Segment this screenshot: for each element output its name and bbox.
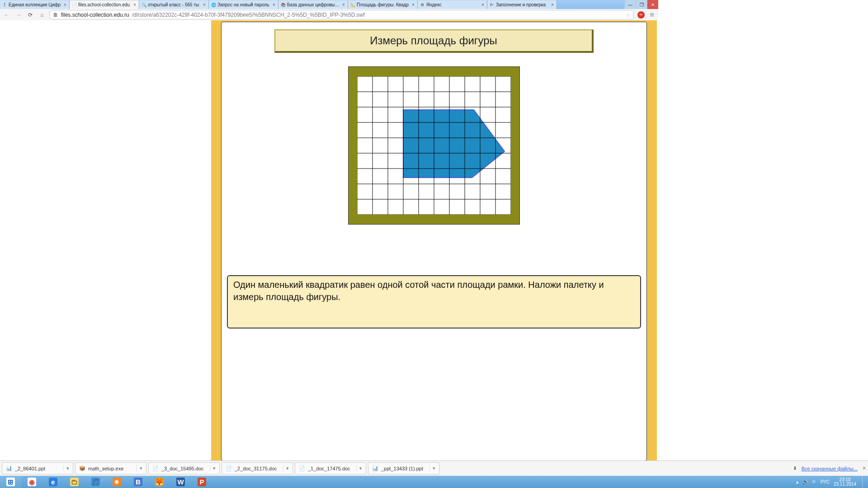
window-maximize-button[interactable]: ❐ xyxy=(636,0,647,9)
page-viewport: Измерь площадь фигуры Один маленький ква… xyxy=(0,20,658,370)
lesson-title-box: Измерь площадь фигуры xyxy=(274,29,594,53)
tab-favicon: ⤴ xyxy=(2,2,7,8)
window-close-button[interactable]: ✕ xyxy=(647,0,658,9)
tab-close-icon[interactable]: × xyxy=(63,2,67,7)
url-path: /dlrstore/a632202c-429f-4024-b70f-3f4792… xyxy=(132,12,365,18)
tab-close-icon[interactable]: × xyxy=(411,2,415,7)
tab-favicon: 📐 xyxy=(350,2,355,8)
browser-tab[interactable]: 📚База данных цифровых о× xyxy=(278,0,348,9)
grid-frame[interactable] xyxy=(348,66,520,225)
back-button[interactable]: ← xyxy=(3,12,11,18)
chrome-menu-button[interactable]: ≡ xyxy=(648,11,656,19)
bookmark-star-icon[interactable]: ☆ xyxy=(626,12,631,18)
tab-close-icon[interactable]: × xyxy=(202,2,207,7)
grid-canvas[interactable] xyxy=(357,76,511,215)
reload-button[interactable]: ⟳ xyxy=(26,12,34,18)
home-button[interactable]: ⌂ xyxy=(38,12,46,18)
tab-title: files.school-collection.edu xyxy=(78,2,131,7)
tab-close-icon[interactable]: × xyxy=(550,2,555,7)
browser-tab[interactable]: 🏳Заполнение и проверка× xyxy=(487,0,557,9)
tab-favicon: Я xyxy=(420,2,425,8)
flash-stage-frame: Измерь площадь фигуры Один маленький ква… xyxy=(211,20,657,370)
address-bar[interactable]: 🗎 files.school-collection.edu.ru/dlrstor… xyxy=(50,10,634,19)
tab-title: Запрос на новый пароль xyxy=(217,2,270,7)
browser-tab[interactable]: 🌐Запрос на новый пароль× xyxy=(209,0,278,9)
browser-tab[interactable]: ЯЯндекс× xyxy=(418,0,487,9)
tab-favicon: 📚 xyxy=(280,2,286,8)
forward-button[interactable]: → xyxy=(14,12,23,18)
url-host: files.school-collection.edu.ru xyxy=(61,12,129,18)
browser-tab[interactable]: 📐Площадь фигуры. Квадр× xyxy=(348,0,418,9)
browser-tabstrip: ⤴Единая коллекция Цифр×📄files.school-col… xyxy=(0,0,658,9)
lesson-title: Измерь площадь фигуры xyxy=(370,34,497,47)
tab-favicon: 🔍 xyxy=(141,2,146,8)
browser-tab[interactable]: 📄files.school-collection.edu× xyxy=(70,0,139,9)
tab-title: База данных цифровых о xyxy=(287,2,340,7)
browser-tab[interactable]: 🔍открытый класс - 565 ты× xyxy=(139,0,209,9)
tab-title: Площадь фигуры. Квадр xyxy=(357,2,410,7)
tab-title: Заполнение и проверка xyxy=(496,2,549,7)
window-buttons: — ❐ ✕ xyxy=(624,0,658,9)
tab-close-icon[interactable]: × xyxy=(132,2,137,7)
page-icon: 🗎 xyxy=(53,12,58,18)
tab-close-icon[interactable]: × xyxy=(481,2,485,7)
tab-title: Яндекс xyxy=(426,2,479,7)
tab-favicon: 🌐 xyxy=(211,2,216,8)
window-minimize-button[interactable]: — xyxy=(624,0,636,9)
tab-close-icon[interactable]: × xyxy=(272,2,276,7)
tab-title: Единая коллекция Цифр xyxy=(9,2,61,7)
flash-stage: Измерь площадь фигуры Один маленький ква… xyxy=(221,22,647,370)
tab-favicon: 📄 xyxy=(71,2,77,8)
browser-toolbar: ← → ⟳ ⌂ 🗎 files.school-collection.edu.ru… xyxy=(0,9,658,21)
tab-favicon: 🏳 xyxy=(489,2,495,8)
tab-close-icon[interactable]: × xyxy=(341,2,346,7)
instruction-text: Один маленький квадратик равен одной сот… xyxy=(233,280,604,302)
browser-tab[interactable]: ⤴Единая коллекция Цифр× xyxy=(0,0,70,9)
tab-title: открытый класс - 565 ты xyxy=(148,2,201,7)
adblock-icon[interactable]: ⛔ xyxy=(637,11,645,19)
instruction-box: Один маленький квадратик равен одной сот… xyxy=(227,275,641,328)
